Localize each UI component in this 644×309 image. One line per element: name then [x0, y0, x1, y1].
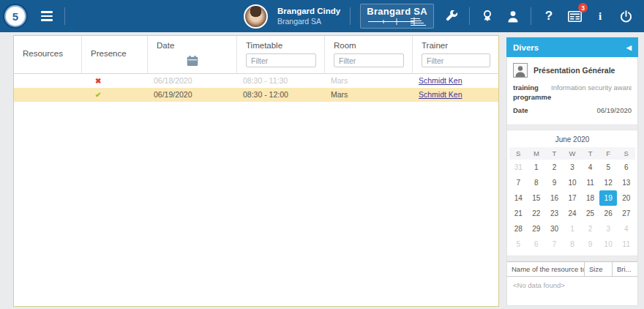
- calendar-day[interactable]: 30: [545, 221, 564, 237]
- notification-badge: 3: [578, 3, 588, 12]
- calendar-day[interactable]: 4: [581, 160, 599, 175]
- calendar-dow-label: W: [564, 147, 582, 160]
- cell-trainer: Schmidt Ken: [413, 88, 498, 102]
- column-header-date: Date: [148, 36, 237, 73]
- date-field: Date 06/19/2020: [513, 106, 632, 116]
- calendar-dow-row: SMTWTFS: [509, 147, 635, 160]
- divers-sidebar: Divers ◀ Présentation Générale training …: [506, 37, 638, 306]
- collapse-arrow-icon[interactable]: ◀: [626, 44, 632, 51]
- cell-trainer: Schmidt Ken: [413, 74, 498, 88]
- menu-icon[interactable]: [38, 8, 56, 24]
- calendar-day[interactable]: 10: [599, 237, 618, 252]
- help-icon[interactable]: ?: [541, 6, 557, 26]
- column-label: Timetable: [246, 41, 282, 50]
- calendar-day[interactable]: 6: [528, 237, 546, 252]
- table-row[interactable]: ✖06/18/202008:30 - 11:30MarsSchmidt Ken: [14, 74, 498, 88]
- calendar-day[interactable]: 21: [509, 206, 528, 221]
- timetable-filter-input[interactable]: [246, 53, 316, 67]
- training-programme-value: Information security awarenes...: [551, 83, 632, 103]
- divers-header: Divers ◀: [506, 37, 638, 57]
- award-icon[interactable]: [479, 6, 495, 26]
- calendar-day[interactable]: 8: [528, 175, 546, 190]
- calendar-day[interactable]: 7: [545, 237, 564, 252]
- calendar-day[interactable]: 2: [581, 221, 599, 237]
- calendar-day[interactable]: 14: [509, 190, 528, 206]
- calendar-day[interactable]: 4: [617, 221, 635, 237]
- calendar-day[interactable]: 25: [581, 206, 599, 221]
- help-label: ?: [545, 9, 553, 23]
- calendar-day[interactable]: 2: [545, 160, 564, 175]
- calendar-day[interactable]: 23: [545, 206, 564, 221]
- calendar-day[interactable]: 15: [528, 190, 546, 206]
- calendar-day[interactable]: 31: [509, 160, 528, 175]
- calendar-week-row: 567891011: [509, 237, 635, 252]
- calendar-day[interactable]: 9: [581, 237, 599, 252]
- calendar-day[interactable]: 11: [617, 237, 635, 252]
- calendar-week-row: 31123456: [509, 160, 635, 175]
- calendar-day[interactable]: 28: [509, 221, 528, 237]
- mini-calendar: June 2020 SMTWTFS 3112345678910111213141…: [507, 130, 637, 256]
- card-icon: [568, 11, 582, 22]
- calendar-day[interactable]: 16: [545, 190, 564, 206]
- calendar-day[interactable]: 17: [564, 190, 582, 206]
- room-filter-input[interactable]: [334, 53, 404, 67]
- calendar-day[interactable]: 5: [599, 160, 618, 175]
- calendar-day[interactable]: 22: [528, 206, 546, 221]
- training-programme-field: training programme Information security …: [513, 83, 632, 103]
- calendar-day[interactable]: 3: [599, 221, 618, 237]
- calendar-day[interactable]: 29: [528, 221, 546, 237]
- calendar-day[interactable]: 24: [564, 206, 582, 221]
- table-row[interactable]: ✔06/19/202008:30 - 12:00MarsSchmidt Ken: [14, 88, 498, 102]
- calendar-day[interactable]: 27: [617, 206, 635, 221]
- notifications-icon[interactable]: 3: [566, 6, 583, 26]
- calendar-day[interactable]: 1: [528, 160, 546, 175]
- settings-wrench-icon[interactable]: [443, 6, 460, 26]
- trainer-filter-input[interactable]: [422, 53, 490, 67]
- resource-column-size: Size: [585, 262, 613, 276]
- app-logo-text: 5: [12, 10, 18, 23]
- calendar-day[interactable]: 1: [564, 221, 582, 237]
- calendar-day[interactable]: 3: [564, 160, 582, 175]
- trainer-link[interactable]: Schmidt Ken: [419, 76, 463, 85]
- column-header-timetable: Timetable: [237, 36, 325, 73]
- column-label: Presence: [91, 49, 127, 58]
- company-logo: Brangard SA: [360, 4, 434, 29]
- calendar-day[interactable]: 9: [545, 175, 564, 190]
- calendar-day[interactable]: 20: [617, 190, 635, 206]
- topbar-divider: [469, 7, 470, 25]
- user-company: Brangard SA: [277, 17, 340, 26]
- user-avatar[interactable]: [244, 4, 268, 29]
- calendar-day[interactable]: 13: [617, 175, 635, 190]
- divers-title: Divers: [513, 43, 539, 52]
- calendar-day-selected[interactable]: 19: [599, 190, 618, 206]
- calendar-day[interactable]: 10: [564, 175, 582, 190]
- resource-column-bri: Bri...: [613, 262, 637, 276]
- resource-column-name: Name of the resource tool: [507, 262, 585, 276]
- column-header-room: Room: [325, 36, 413, 73]
- calendar-dow-label: T: [581, 147, 599, 160]
- power-icon[interactable]: [618, 6, 634, 26]
- person-icon[interactable]: [505, 6, 521, 26]
- calendar-day[interactable]: 8: [564, 237, 582, 252]
- column-header-presence: Presence: [82, 36, 148, 73]
- trainer-link[interactable]: Schmidt Ken: [419, 90, 463, 99]
- column-header-trainer: Trainer: [413, 36, 498, 73]
- calendar-day[interactable]: 11: [581, 175, 599, 190]
- table-header: Resources Presence Date Timetable Room: [14, 36, 498, 74]
- info-icon[interactable]: i: [592, 6, 608, 26]
- calendar-day[interactable]: 6: [617, 160, 635, 175]
- calendar-day[interactable]: 18: [581, 190, 599, 206]
- topbar-divider: [64, 7, 65, 25]
- calendar-day[interactable]: 5: [509, 237, 528, 252]
- calendar-day[interactable]: 7: [509, 175, 528, 190]
- cell-resources: [14, 74, 82, 88]
- app-logo[interactable]: 5: [4, 5, 26, 27]
- calendar-icon[interactable]: [187, 56, 198, 67]
- calendar-dow-label: F: [599, 147, 618, 160]
- training-programme-label: training programme: [513, 83, 551, 103]
- calendar-day[interactable]: 26: [599, 206, 618, 221]
- calendar-dow-label: S: [617, 147, 635, 160]
- cell-date: 06/18/2020: [148, 74, 237, 88]
- calendar-week-row: 78910111213: [509, 175, 635, 190]
- calendar-day[interactable]: 12: [599, 175, 618, 190]
